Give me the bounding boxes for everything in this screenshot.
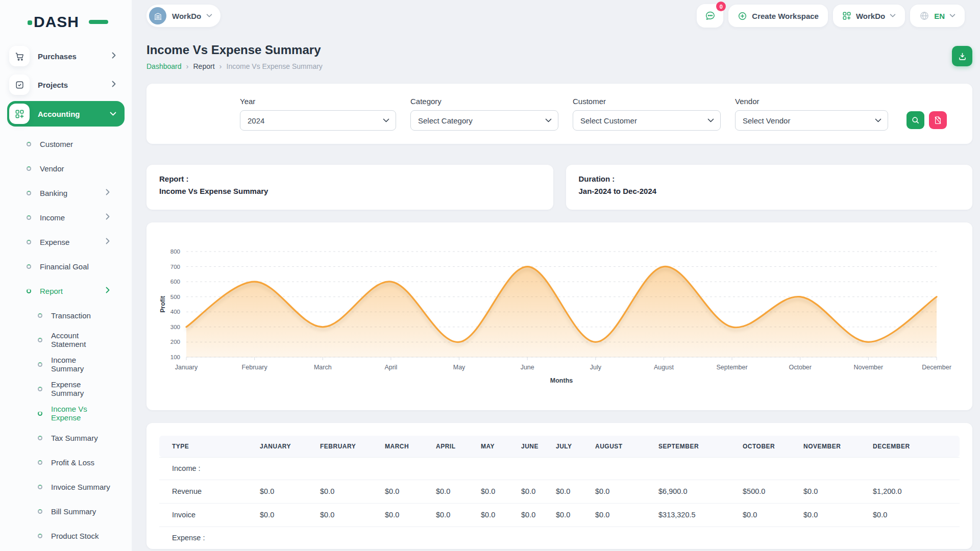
bullet-icon [38, 387, 42, 391]
bullet-icon [38, 534, 42, 538]
search-icon [911, 116, 920, 124]
cell-value: $0.0 [595, 480, 658, 503]
svg-text:200: 200 [170, 339, 180, 345]
cell-value: $0.0 [436, 480, 481, 503]
sidebar-item-income[interactable]: Income [7, 205, 125, 230]
sidebar-item-report[interactable]: Report [7, 279, 125, 303]
language-selector[interactable]: EN [910, 5, 965, 27]
profit-chart-card: 100200300400500600700800JanuaryFebruaryM… [146, 222, 972, 410]
column-header: AUGUST [595, 436, 658, 457]
column-header: FEBRUARY [320, 436, 385, 457]
sidebar-item-label: Account Statement [51, 331, 110, 348]
download-report-button[interactable] [952, 46, 972, 66]
sidebar-item-income-summary[interactable]: Income Summary [7, 352, 125, 377]
create-workspace-button[interactable]: Create Workspace [728, 5, 828, 27]
vendor-selected-value: Select Vendor [743, 116, 790, 125]
chevron-down-icon [890, 14, 896, 18]
report-card: Report : Income Vs Expense Summary [146, 165, 553, 210]
chevron-down-icon [383, 118, 389, 123]
duration-card: Duration : Jan-2024 to Dec-2024 [566, 165, 973, 210]
cell-value: $313,320.5 [658, 503, 743, 527]
customer-filter: Customer Select Customer [573, 97, 721, 131]
chevron-right-icon [106, 213, 110, 222]
column-header: TYPE [159, 436, 260, 457]
customer-select[interactable]: Select Customer [573, 110, 721, 131]
sidebar-item-label: Income Vs Expense [51, 405, 110, 422]
column-header: OCTOBER [743, 436, 803, 457]
sidebar-item-projects[interactable]: Projects [7, 72, 125, 97]
chat-icon [704, 10, 716, 21]
sidebar-item-label: Expense Summary [51, 380, 110, 397]
table-row: Revenue$0.0$0.0$0.0$0.0$0.0$0.0$0.0$0.0$… [159, 480, 960, 503]
chevron-right-icon [112, 80, 116, 89]
year-label: Year [240, 97, 396, 106]
customer-selected-value: Select Customer [580, 116, 637, 125]
workspace-name: WorkDo [172, 12, 201, 20]
sidebar-item-cash-flow[interactable]: Cash Flow [7, 548, 125, 551]
sidebar-item-account-statement[interactable]: Account Statement [7, 328, 125, 352]
sidebar-item-bill-summary[interactable]: Bill Summary [7, 499, 125, 523]
breadcrumb-report[interactable]: Report [193, 62, 215, 70]
sidebar-item-expense-summary[interactable]: Expense Summary [7, 377, 125, 401]
report-card-value: Income Vs Expense Summary [159, 187, 541, 195]
sidebar-item-expense[interactable]: Expense [7, 230, 125, 254]
topbar: WorkDo 0 Create Workspace WorkDo [146, 0, 972, 32]
chevron-down-icon [949, 14, 955, 18]
sidebar-item-customer[interactable]: Customer [7, 132, 125, 156]
duration-card-value: Jan-2024 to Dec-2024 [579, 187, 960, 195]
column-header: JUNE [521, 436, 556, 457]
year-selected-value: 2024 [248, 116, 264, 125]
accounting-submenu: CustomerVendorBankingIncomeExpenseFinanc… [7, 131, 125, 551]
page-title: Income Vs Expense Summary [146, 43, 323, 57]
sidebar-item-income-vs-expense[interactable]: Income Vs Expense [7, 401, 125, 425]
bullet-icon [38, 313, 42, 318]
sidebar-item-label: Profit & Loss [51, 458, 94, 467]
apply-filter-button[interactable] [906, 111, 924, 129]
sidebar-item-product-stock[interactable]: Product Stock [7, 523, 125, 548]
sidebar-item-label: Banking [40, 189, 67, 197]
sidebar-item-transaction[interactable]: Transaction [7, 303, 125, 328]
workspace-avatar [149, 7, 166, 24]
income-expense-table-card: TYPEJANUARYFEBRUARYMARCHAPRILMAYJUNEJULY… [146, 423, 972, 549]
sidebar-item-label: Transaction [51, 311, 91, 320]
svg-text:700: 700 [170, 264, 180, 270]
workdo-menu-button[interactable]: WorkDo [833, 5, 905, 27]
sidebar-item-accounting[interactable]: Accounting [7, 101, 125, 127]
globe-icon [919, 11, 929, 21]
bullet-icon [38, 411, 42, 416]
category-select[interactable]: Select Category [410, 110, 558, 131]
breadcrumb-dashboard[interactable]: Dashboard [146, 62, 182, 70]
cell-value: $0.0 [320, 503, 385, 527]
column-header: SEPTEMBER [658, 436, 743, 457]
sidebar-item-tax-summary[interactable]: Tax Summary [7, 425, 125, 450]
sidebar-item-banking[interactable]: Banking [7, 181, 125, 205]
sidebar-nav: Purchases Projects Accounting [0, 44, 132, 551]
cart-icon [9, 46, 30, 66]
summary-cards: Report : Income Vs Expense Summary Durat… [146, 165, 972, 210]
sidebar-item-label: Report [40, 287, 63, 295]
sidebar-item-purchases[interactable]: Purchases [7, 44, 125, 68]
table-header-row: TYPEJANUARYFEBRUARYMARCHAPRILMAYJUNEJULY… [159, 436, 960, 457]
bullet-icon [27, 240, 31, 244]
cell-value: $6,900.0 [658, 480, 743, 503]
messages-button[interactable]: 0 [697, 4, 723, 28]
chevron-right-icon [106, 286, 110, 295]
chevron-down-icon [206, 14, 212, 18]
sidebar-item-financial-goal[interactable]: Financial Goal [7, 254, 125, 279]
vendor-select[interactable]: Select Vendor [735, 110, 888, 131]
svg-text:September: September [717, 364, 748, 371]
workspace-switcher[interactable]: WorkDo [146, 5, 220, 27]
bullet-icon [27, 166, 31, 171]
sidebar-item-profit-loss[interactable]: Profit & Loss [7, 450, 125, 474]
bullet-icon [27, 289, 31, 293]
cell-value: $0.0 [260, 480, 320, 503]
bullet-icon [38, 509, 42, 514]
filter-row: Year 2024 Category Select Category Custo… [240, 97, 960, 131]
reset-filter-button[interactable] [929, 111, 947, 129]
sidebar-item-invoice-summary[interactable]: Invoice Summary [7, 474, 125, 499]
app-logo[interactable]: DASH [34, 13, 100, 31]
breadcrumb: Dashboard › Report › Income Vs Expense S… [146, 62, 323, 70]
sidebar-item-vendor[interactable]: Vendor [7, 156, 125, 181]
cell-value: $1,200.0 [873, 480, 960, 503]
year-select[interactable]: 2024 [240, 110, 396, 131]
